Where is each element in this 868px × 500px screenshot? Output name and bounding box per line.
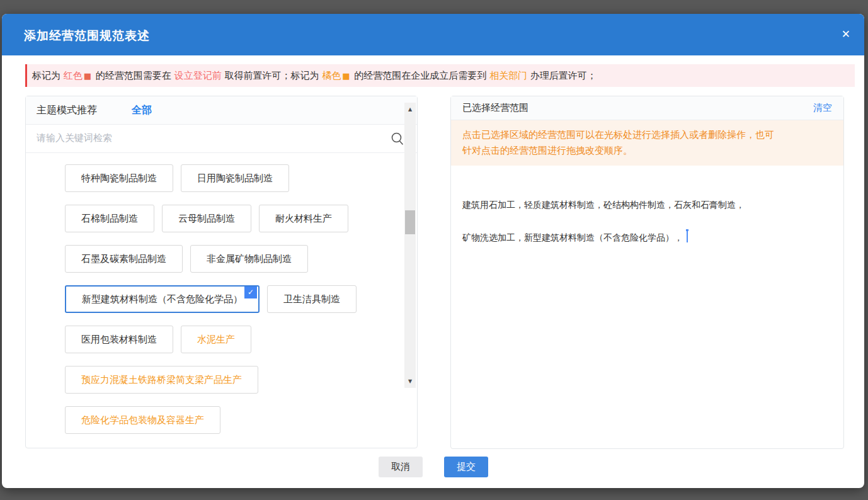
checkbox-checked-icon: ✓ — [244, 287, 257, 298]
selected-scope-panel: 已选择经营范围 清空 点击已选择区域的经营范围可以在光标处进行选择插入或者删除操… — [450, 96, 844, 449]
scope-tag-label: 新型建筑材料制造（不含危险化学品） — [82, 293, 243, 305]
scope-tag[interactable]: 日用陶瓷制品制造 — [181, 164, 289, 192]
tag-row: 危险化学品包装物及容器生产 — [65, 406, 398, 434]
scope-tag-label: 耐火材料生产 — [275, 213, 332, 224]
scope-tag-post-permit[interactable]: 预应力混凝土铁路桥梁简支梁产品生产 — [65, 366, 258, 394]
scope-tag-label: 云母制品制造 — [178, 213, 235, 224]
selected-panel-header: 已选择经营范围 清空 — [451, 96, 843, 120]
red-square-icon: ■ — [83, 71, 93, 81]
hint-line: 针对点击的经营范围进行拖拽改变顺序。 — [462, 143, 832, 159]
tag-row: 石墨及碳素制品制造 非金属矿物制品制造 — [65, 245, 398, 273]
selected-scope-text[interactable]: 建筑用石加工，轻质建筑材料制造，砼结构构件制造，石灰和石膏制造， — [462, 200, 745, 210]
text-caret — [687, 231, 688, 242]
add-business-scope-dialog: 添加经营范围规范表述 ✕ 标记为 红色■ 的经营范围需要在 设立登记前 取得前置… — [2, 14, 864, 488]
scope-tag[interactable]: 非金属矿物制品制造 — [190, 245, 308, 273]
scope-tag-post-permit[interactable]: 水泥生产 — [181, 326, 251, 353]
orange-color-label: 橘色 — [322, 70, 341, 81]
scrollbar-thumb[interactable] — [405, 210, 415, 234]
dialog-header: 添加经营范围规范表述 ✕ — [2, 14, 864, 55]
submit-button[interactable]: 提交 — [444, 457, 488, 477]
scope-tag-label: 水泥生产 — [197, 334, 235, 345]
tag-row: 特种陶瓷制品制造 日用陶瓷制品制造 — [65, 164, 398, 192]
permit-legend-bar: 标记为 红色■ 的经营范围需要在 设立登记前 取得前置许可；标记为 橘色■ 的经… — [25, 64, 855, 87]
notice-text: 的经营范围需要在 — [93, 70, 174, 81]
scope-catalog-panel: 主题模式推荐 全部 请输入关键词检索 特种陶瓷制品制造 日用陶瓷制品制造 石棉制… — [25, 96, 418, 448]
screen-background: 添加经营范围规范表述 ✕ 标记为 红色■ 的经营范围需要在 设立登记前 取得前置… — [0, 0, 868, 500]
tab-all[interactable]: 全部 — [132, 104, 152, 117]
scope-tag-label: 日用陶瓷制品制造 — [197, 173, 273, 184]
scope-tag-list: 特种陶瓷制品制造 日用陶瓷制品制造 石棉制品制造 云母制品制造 耐火材料生产 石… — [26, 153, 417, 447]
scope-tag-label: 预应力混凝土铁路桥梁简支梁产品生产 — [81, 374, 242, 385]
notice-text: 标记为 — [32, 70, 64, 81]
selected-panel-title: 已选择经营范围 — [462, 102, 528, 114]
notice-text: 的经营范围在企业成立后需要到 — [351, 70, 489, 81]
red-color-label: 红色 — [64, 70, 83, 81]
pre-permit-label: 设立登记前 — [174, 70, 222, 81]
left-panel-scrollbar[interactable]: ▲ ▼ — [404, 103, 416, 388]
tag-row: 石棉制品制造 云母制品制造 耐火材料生产 — [65, 205, 398, 232]
scope-tag-label: 非金属矿物制品制造 — [207, 253, 292, 264]
orange-square-icon: ■ — [341, 71, 351, 81]
scope-tag-label: 卫生洁具制造 — [283, 293, 340, 305]
scope-tag[interactable]: 石棉制品制造 — [65, 205, 154, 232]
selected-scope-line[interactable]: 建筑用石加工，轻质建筑材料制造，砼结构构件制造，石灰和石膏制造， — [462, 198, 832, 211]
scope-tag-label: 医用包装材料制造 — [81, 334, 157, 345]
dialog-title: 添加经营范围规范表述 — [24, 28, 150, 44]
scope-tag-label: 危险化学品包装物及容器生产 — [81, 414, 204, 426]
related-dept-label: 相关部门 — [489, 70, 527, 81]
cancel-button[interactable]: 取消 — [379, 457, 423, 477]
catalog-tab-bar: 主题模式推荐 全部 — [26, 96, 417, 125]
drag-hint-notice: 点击已选择区域的经营范围可以在光标处进行选择插入或者删除操作，也可 针对点击的经… — [451, 120, 843, 166]
hint-line: 点击已选择区域的经营范围可以在光标处进行选择插入或者删除操作，也可 — [462, 127, 832, 143]
scroll-down-icon[interactable]: ▼ — [404, 378, 416, 384]
scope-tag[interactable]: 云母制品制造 — [162, 205, 251, 232]
scope-tag-selected[interactable]: 新型建筑材料制造（不含危险化学品）✓ — [65, 285, 260, 313]
tab-theme-mode[interactable]: 主题模式推荐 — [37, 104, 97, 117]
scroll-up-icon[interactable]: ▲ — [404, 106, 416, 112]
scope-tag[interactable]: 医用包装材料制造 — [65, 326, 173, 353]
scope-tag[interactable]: 石墨及碳素制品制造 — [65, 245, 183, 273]
tag-row: 新型建筑材料制造（不含危险化学品）✓ 卫生洁具制造 — [65, 285, 398, 313]
search-input[interactable]: 请输入关键词检索 — [37, 132, 112, 144]
tag-row: 医用包装材料制造 水泥生产 — [65, 326, 398, 353]
selected-scope-line[interactable]: 矿物洗选加工，新型建筑材料制造（不含危险化学品）， — [462, 231, 832, 244]
scope-tag-label: 石墨及碳素制品制造 — [81, 253, 166, 264]
scope-tag-post-permit[interactable]: 危险化学品包装物及容器生产 — [65, 406, 220, 434]
scope-tag-label: 特种陶瓷制品制造 — [81, 173, 157, 184]
scope-tag-label: 石棉制品制造 — [81, 213, 138, 224]
selected-scope-text[interactable]: 矿物洗选加工，新型建筑材料制造（不含危险化学品）， — [462, 232, 683, 242]
notice-text: 办理后置许可； — [527, 70, 597, 81]
scope-tag[interactable]: 特种陶瓷制品制造 — [65, 164, 173, 192]
keyword-search-row[interactable]: 请输入关键词检索 — [26, 125, 417, 153]
notice-text: 取得前置许可；标记为 — [222, 70, 323, 81]
scope-tag[interactable]: 卫生洁具制造 — [267, 285, 357, 313]
clear-all-link[interactable]: 清空 — [813, 102, 832, 114]
scope-tag[interactable]: 耐火材料生产 — [259, 205, 348, 232]
selected-scope-text-area[interactable]: 建筑用石加工，轻质建筑材料制造，砼结构构件制造，石灰和石膏制造， 矿物洗选加工，… — [451, 166, 843, 244]
search-icon — [391, 132, 404, 145]
close-icon[interactable]: ✕ — [842, 28, 850, 40]
tag-row: 预应力混凝土铁路桥梁简支梁产品生产 — [65, 366, 398, 394]
